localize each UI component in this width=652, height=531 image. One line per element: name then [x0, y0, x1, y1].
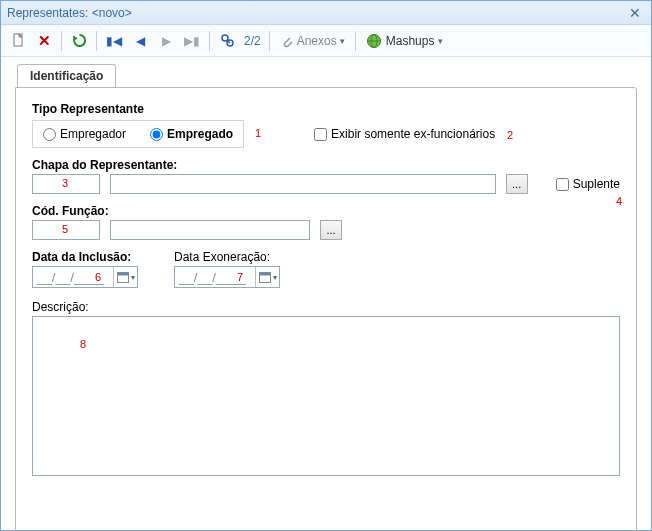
tabstrip: Identificação	[1, 57, 651, 87]
page-count: 2/2	[244, 34, 261, 48]
data-inclusao-label: Data da Inclusão:	[32, 250, 138, 264]
cod-funcao-lookup-button[interactable]: ...	[320, 220, 342, 240]
annotation-3: 3	[62, 177, 68, 189]
exibir-ex-label: Exibir somente ex-funcionários	[331, 127, 495, 141]
toolbar: ✕ ▮◀ ◀ ▶ ▶▮ 2/2 Anexos ▾ Mashups ▾	[1, 25, 651, 57]
nav-first-icon[interactable]: ▮◀	[103, 30, 125, 52]
titlebar: Representates: <novo> ✕	[1, 1, 651, 25]
window: Representates: <novo> ✕ ✕ ▮◀ ◀ ▶ ▶▮ 2/2 …	[0, 0, 652, 531]
tipo-radio-group: Empregador Empregado 1	[32, 120, 244, 148]
close-icon[interactable]: ✕	[625, 5, 645, 21]
anexos-label: Anexos	[297, 34, 337, 48]
form-panel: Tipo Representante Empregador Empregado …	[15, 87, 637, 531]
refresh-icon[interactable]	[68, 30, 90, 52]
anexos-button[interactable]: Anexos ▾	[276, 34, 349, 48]
annotation-7: 7	[237, 271, 243, 283]
separator	[96, 31, 97, 51]
data-inclusao-field[interactable]: 6 ▾	[32, 266, 138, 288]
cod-funcao-desc-input[interactable]	[110, 220, 310, 240]
radio-empregado[interactable]: Empregado	[150, 127, 233, 141]
radio-empregado-input[interactable]	[150, 128, 163, 141]
tipo-representante-label: Tipo Representante	[32, 102, 620, 116]
chevron-down-icon: ▾	[340, 36, 345, 46]
paperclip-icon	[280, 34, 294, 48]
separator	[209, 31, 210, 51]
svg-rect-10	[260, 273, 271, 276]
delete-icon[interactable]: ✕	[33, 30, 55, 52]
chevron-down-icon: ▾	[438, 36, 443, 46]
data-exoneracao-label: Data Exoneração:	[174, 250, 280, 264]
annotation-1: 1	[255, 127, 261, 139]
suplente-label: Suplente	[573, 177, 620, 191]
descricao-label: Descrição:	[32, 300, 620, 314]
exibir-ex-input[interactable]	[314, 128, 327, 141]
chapa-lookup-button[interactable]: ...	[506, 174, 528, 194]
radio-empregador-label: Empregador	[60, 127, 126, 141]
chapa-label: Chapa do Representante:	[32, 158, 620, 172]
suplente-checkbox[interactable]: Suplente 4	[556, 177, 620, 191]
nav-last-icon[interactable]: ▶▮	[181, 30, 203, 52]
mashups-label: Mashups	[386, 34, 435, 48]
calendar-icon[interactable]: ▾	[255, 267, 279, 287]
nav-prev-icon[interactable]: ◀	[129, 30, 151, 52]
separator	[269, 31, 270, 51]
exibir-ex-checkbox[interactable]: Exibir somente ex-funcionários 2	[314, 127, 495, 141]
descricao-textarea[interactable]	[32, 316, 620, 476]
tab-identificacao[interactable]: Identificação	[17, 64, 116, 88]
radio-empregador-input[interactable]	[43, 128, 56, 141]
annotation-5: 5	[62, 223, 68, 235]
radio-empregado-label: Empregado	[167, 127, 233, 141]
globe-icon	[366, 33, 382, 49]
search-icon[interactable]	[216, 30, 238, 52]
nav-next-icon[interactable]: ▶	[155, 30, 177, 52]
cod-funcao-label: Cód. Função:	[32, 204, 620, 218]
calendar-icon[interactable]: ▾	[113, 267, 137, 287]
separator	[355, 31, 356, 51]
new-icon[interactable]	[7, 30, 29, 52]
separator	[61, 31, 62, 51]
data-exoneracao-field[interactable]: 7 ▾	[174, 266, 280, 288]
window-title: Representates: <novo>	[7, 6, 132, 20]
radio-empregador[interactable]: Empregador	[43, 127, 126, 141]
svg-rect-8	[118, 273, 129, 276]
annotation-6: 6	[95, 271, 101, 283]
annotation-2: 2	[507, 129, 513, 141]
suplente-input[interactable]	[556, 178, 569, 191]
mashups-button[interactable]: Mashups ▾	[362, 33, 448, 49]
annotation-8: 8	[80, 338, 86, 350]
annotation-4: 4	[616, 195, 622, 207]
chapa-desc-input[interactable]	[110, 174, 496, 194]
